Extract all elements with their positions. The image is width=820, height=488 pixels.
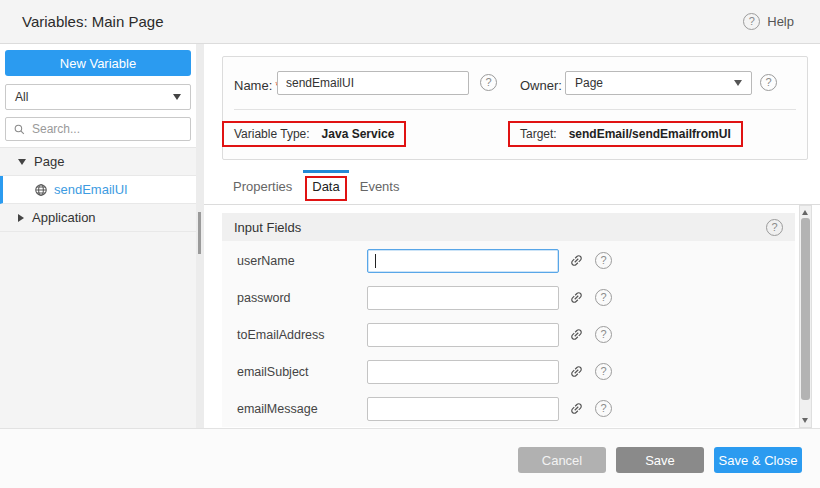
field-help-icon[interactable] [595, 400, 612, 417]
scrollbar-thumb[interactable] [801, 218, 810, 400]
scroll-up-icon[interactable] [802, 210, 808, 215]
field-row-toemailaddress: toEmailAddress [222, 316, 795, 353]
variable-type-value: Java Service [322, 127, 395, 141]
search-icon [13, 123, 26, 136]
tab-data[interactable]: Data [303, 170, 348, 204]
text-cursor [375, 254, 376, 268]
save-and-close-button[interactable]: Save & Close [714, 447, 802, 473]
cancel-button[interactable]: Cancel [518, 447, 606, 473]
filter-dropdown[interactable]: All [5, 84, 191, 110]
input-fields-header: Input Fields [222, 213, 795, 241]
name-input[interactable] [277, 71, 469, 95]
sidebar-controls: New Variable All [0, 44, 196, 148]
target-label: Target: [520, 127, 557, 141]
tree-item-application[interactable]: Application [0, 204, 196, 232]
tree-item-label: Application [32, 210, 96, 225]
field-help-icon[interactable] [595, 326, 612, 343]
link-icon[interactable] [568, 364, 584, 380]
variable-type-label: Variable Type: [234, 127, 310, 141]
page-title: Variables: Main Page [22, 0, 163, 43]
content-scrollbar[interactable] [799, 205, 812, 428]
field-row-emailsubject: emailSubject [222, 353, 795, 390]
filter-value: All [15, 90, 28, 104]
input-fields-body: userName password [222, 241, 795, 427]
help-label: Help [767, 14, 794, 29]
save-button[interactable]: Save [616, 447, 704, 473]
link-icon[interactable] [568, 253, 584, 269]
section-help-icon[interactable] [766, 219, 783, 236]
expand-collapse-icon[interactable] [18, 159, 26, 165]
variables-dialog: Variables: Main Page Help New Variable A… [0, 0, 820, 488]
field-input-wrap [367, 286, 559, 310]
dialog-footer: Cancel Save Save & Close [0, 428, 820, 488]
expand-collapse-icon[interactable] [18, 214, 24, 222]
field-label: emailMessage [237, 402, 367, 416]
target-value: sendEmail/sendEmailfromUI [569, 127, 731, 141]
new-variable-button[interactable]: New Variable [5, 50, 191, 76]
field-input-wrap [367, 397, 559, 421]
section-title: Input Fields [234, 220, 301, 235]
password-input[interactable] [367, 286, 559, 310]
variable-summary-panel: Name:* Owner:* Page Variable Type: Java … [222, 56, 808, 160]
link-icon[interactable] [568, 290, 584, 306]
editor-tab-bar: Properties Data Events [204, 170, 820, 205]
input-fields-section: Input Fields userName [222, 213, 795, 427]
help-icon [743, 13, 760, 30]
variable-type-annotation: Variable Type: Java Service [222, 121, 406, 147]
field-help-icon[interactable] [595, 252, 612, 269]
active-tab-indicator [303, 170, 348, 173]
variables-sidebar: New Variable All Page [0, 44, 196, 428]
field-row-username: userName [222, 242, 795, 279]
search-input[interactable] [32, 122, 183, 136]
field-label: toEmailAddress [237, 328, 367, 342]
target-annotation: Target: sendEmail/sendEmailfromUI [508, 121, 743, 147]
chevron-down-icon [734, 80, 742, 86]
tree-item-label: sendEmailUI [54, 182, 128, 197]
toemailaddress-input[interactable] [367, 323, 559, 347]
sidebar-scrollbar-thumb[interactable] [198, 212, 201, 254]
emailmessage-input[interactable] [367, 397, 559, 421]
link-icon[interactable] [568, 401, 584, 417]
link-icon[interactable] [568, 327, 584, 343]
help-button[interactable]: Help [743, 0, 794, 43]
tab-events[interactable]: Events [349, 170, 411, 204]
tree-item-sendemailui[interactable]: sendEmailUI [0, 176, 196, 204]
dialog-header: Variables: Main Page Help [0, 0, 820, 44]
field-label: emailSubject [237, 365, 367, 379]
field-input-wrap [367, 323, 559, 347]
emailsubject-input[interactable] [367, 360, 559, 384]
chevron-down-icon [173, 94, 181, 100]
field-label: userName [237, 254, 367, 268]
scroll-down-icon[interactable] [802, 418, 808, 423]
tab-properties[interactable]: Properties [222, 170, 303, 204]
username-input[interactable] [367, 249, 559, 273]
sidebar-scrollbar[interactable] [196, 44, 204, 428]
name-help-icon[interactable] [480, 74, 497, 91]
field-help-icon[interactable] [595, 289, 612, 306]
variable-editor: Name:* Owner:* Page Variable Type: Java … [204, 44, 820, 428]
field-help-icon[interactable] [595, 363, 612, 380]
field-row-password: password [222, 279, 795, 316]
name-label: Name:* [234, 78, 280, 93]
panel-divider [234, 109, 796, 110]
data-tab-content: Input Fields userName [204, 205, 820, 428]
tree-item-label: Page [34, 154, 64, 169]
tree-item-page[interactable]: Page [0, 148, 196, 176]
globe-icon [34, 183, 48, 197]
search-box [5, 117, 191, 141]
owner-label: Owner:* [520, 78, 570, 93]
owner-help-icon[interactable] [760, 74, 777, 91]
field-row-emailmessage: emailMessage [222, 390, 795, 427]
field-input-wrap [367, 249, 559, 273]
owner-value: Page [575, 76, 603, 90]
owner-select[interactable]: Page [565, 71, 752, 95]
field-label: password [237, 291, 367, 305]
field-input-wrap [367, 360, 559, 384]
